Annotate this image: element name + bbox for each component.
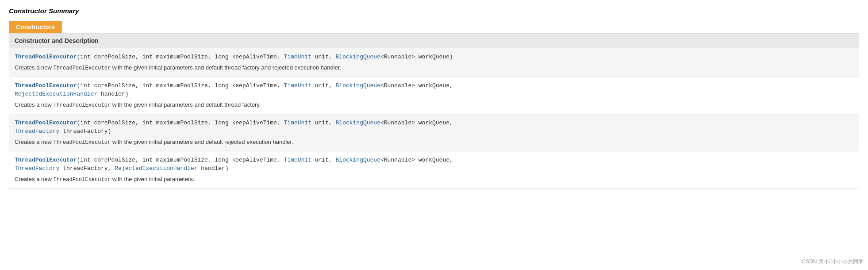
constructor-description-3: Creates a new ThreadPoolExecutor with th…: [15, 138, 853, 147]
row-cell: ThreadPoolExecutor(int corePoolSize, int…: [9, 114, 859, 151]
blocking-queue-link-1[interactable]: BlockingQueue: [336, 54, 380, 60]
constructor-signature-3: ThreadPoolExecutor(int corePoolSize, int…: [15, 119, 853, 136]
time-unit-link-2[interactable]: TimeUnit: [284, 82, 311, 89]
table-row: ThreadPoolExecutor(int corePoolSize, int…: [9, 151, 859, 188]
row-cell: ThreadPoolExecutor(int corePoolSize, int…: [9, 48, 859, 77]
table-row: ThreadPoolExecutor(int corePoolSize, int…: [9, 77, 859, 114]
rejected-execution-handler-link-2[interactable]: RejectedExecutionHandler: [115, 165, 197, 172]
constructor-signature: ThreadPoolExecutor(int corePoolSize, int…: [15, 81, 853, 99]
time-unit-link-1[interactable]: TimeUnit: [284, 54, 311, 60]
table-header: Constructor and Description: [9, 34, 859, 48]
row-cell: ThreadPoolExecutor(int corePoolSize, int…: [9, 77, 859, 114]
row-cell: ThreadPoolExecutor(int corePoolSize, int…: [9, 151, 859, 188]
method-name-3[interactable]: ThreadPoolExecutor: [15, 120, 77, 126]
constructors-tab[interactable]: Constructors: [9, 21, 62, 33]
watermark: CSDN @小J小小小关同学: [802, 258, 864, 266]
thread-factory-link-2[interactable]: ThreadFactory: [15, 165, 59, 172]
constructor-signature: ThreadPoolExecutor(int corePoolSize, int…: [15, 53, 853, 62]
constructor-description-2: Creates a new ThreadPoolExecutor with th…: [15, 100, 853, 109]
method-name-4[interactable]: ThreadPoolExecutor: [15, 157, 77, 163]
time-unit-link-3[interactable]: TimeUnit: [284, 120, 311, 126]
constructor-signature-4: ThreadPoolExecutor(int corePoolSize, int…: [15, 156, 853, 173]
constructor-description-4: Creates a new ThreadPoolExecutor with th…: [15, 175, 853, 184]
thread-factory-link-1[interactable]: ThreadFactory: [15, 128, 59, 135]
table-row: ThreadPoolExecutor(int corePoolSize, int…: [9, 48, 859, 77]
tab-bar: Constructors: [9, 21, 859, 33]
rejected-execution-handler-link-1[interactable]: RejectedExecutionHandler: [15, 91, 97, 97]
method-name[interactable]: ThreadPoolExecutor: [15, 54, 77, 60]
table-row: ThreadPoolExecutor(int corePoolSize, int…: [9, 114, 859, 151]
method-name-2[interactable]: ThreadPoolExecutor: [15, 82, 77, 89]
time-unit-link-4[interactable]: TimeUnit: [284, 157, 311, 163]
blocking-queue-link-2[interactable]: BlockingQueue: [336, 82, 380, 89]
constructor-description: Creates a new ThreadPoolExecutor with th…: [15, 63, 853, 72]
table-header-row: Constructor and Description: [9, 34, 859, 48]
constructor-table: Constructor and Description ThreadPoolEx…: [9, 33, 859, 189]
section-title: Constructor Summary: [9, 7, 859, 15]
blocking-queue-link-4[interactable]: BlockingQueue: [336, 157, 380, 163]
blocking-queue-link-3[interactable]: BlockingQueue: [336, 120, 380, 126]
